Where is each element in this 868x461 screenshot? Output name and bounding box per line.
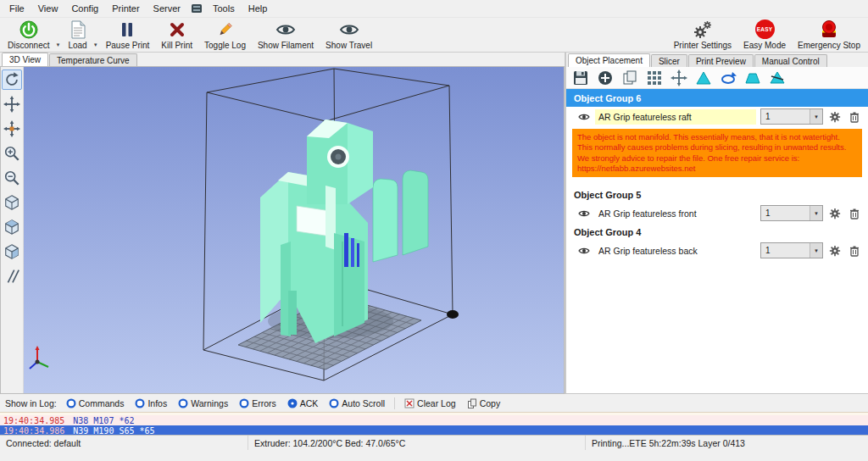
log-output[interactable]: 19:40:34.985 N38 M107 *62 19:40:34.986 N… [0, 412, 868, 435]
log-timestamp: 19:40:34.986 [3, 426, 64, 436]
repetier-host-window: File View Config Printer Server Tools He… [0, 0, 868, 461]
toolbar-spacer [378, 18, 668, 52]
object-group-header[interactable]: Object Group 6 [566, 89, 868, 107]
emergency-stop-button[interactable]: Emergency Stop [792, 18, 866, 52]
isometric-view-icon[interactable] [2, 192, 22, 213]
disconnect-menu-arrow[interactable]: ▼ [55, 18, 62, 52]
zoom-in-icon[interactable] [2, 143, 22, 164]
menu-file[interactable]: File [3, 1, 31, 16]
toggle-warnings[interactable]: Warnings [176, 397, 230, 409]
tab-temperature-curve[interactable]: Temperature Curve [49, 53, 137, 66]
zoom-out-icon[interactable] [2, 168, 22, 188]
add-object-icon[interactable] [595, 69, 615, 87]
toggle-log-button[interactable]: Toggle Log [198, 18, 252, 52]
object-name[interactable]: AR Grip featureless front [595, 206, 756, 221]
copies-value: 1 [761, 208, 810, 218]
object-row[interactable]: AR Grip featureless raft 1 ▼ [566, 107, 868, 126]
pause-print-button[interactable]: Pause Print [100, 18, 156, 52]
pan-view-icon[interactable] [2, 94, 22, 114]
tab-3d-view[interactable]: 3D View [2, 53, 48, 66]
printer-settings-button[interactable]: Printer Settings [668, 18, 737, 52]
show-filament-button[interactable]: Show Filament [252, 18, 320, 52]
copies-dropdown[interactable]: 1 ▼ [760, 242, 823, 258]
rotate-object-icon[interactable] [718, 69, 738, 87]
object-placement-pane: Object Placement Slicer Print Preview Ma… [565, 53, 868, 393]
menu-tools[interactable]: Tools [206, 1, 242, 16]
document-icon [69, 20, 87, 39]
chevron-down-icon: ▼ [810, 243, 822, 258]
temperature-status: Extruder: 104.2/200°C Bed: 47.0/65°C [248, 436, 586, 450]
tab-slicer[interactable]: Slicer [651, 54, 687, 67]
toggle-errors[interactable]: Errors [237, 397, 278, 409]
tab-manual-control[interactable]: Manual Control [754, 54, 827, 67]
clear-log-button[interactable]: Clear Log [403, 397, 458, 409]
copies-value: 1 [761, 246, 810, 255]
easy-mode-button[interactable]: EASY Easy Mode [737, 18, 792, 52]
menu-config[interactable]: Config [64, 1, 105, 16]
menu-server[interactable]: Server [147, 1, 187, 16]
viewport-3d[interactable] [24, 67, 564, 393]
object-settings-gear-icon[interactable] [827, 111, 843, 123]
copy-log-button[interactable]: Copy [465, 397, 503, 409]
log-line-selected[interactable]: 19:40:34.986 N39 M190 S65 *65 [0, 425, 868, 435]
visibility-eye-icon[interactable] [577, 247, 591, 255]
main-area: 3D View Temperature Curve [0, 53, 868, 393]
scale-object-icon[interactable] [693, 69, 714, 87]
object-name[interactable]: AR Grip featureless back [595, 243, 756, 258]
delete-object-trash-icon[interactable] [847, 245, 862, 257]
autoposition-icon[interactable] [644, 69, 665, 87]
delete-object-trash-icon[interactable] [847, 111, 862, 123]
object-name[interactable]: AR Grip featureless raft [595, 109, 756, 125]
object-settings-gear-icon[interactable] [827, 208, 843, 219]
tab-print-preview[interactable]: Print Preview [688, 54, 754, 67]
move-object-icon[interactable] [2, 119, 22, 139]
menu-view[interactable]: View [31, 1, 65, 16]
menu-printer[interactable]: Printer [105, 1, 146, 16]
toggle-ring-icon [178, 398, 188, 408]
center-object-icon[interactable] [669, 69, 689, 87]
copies-dropdown[interactable]: 1 ▼ [760, 108, 823, 125]
save-icon[interactable] [570, 69, 591, 87]
right-tabs: Object Placement Slicer Print Preview Ma… [566, 53, 868, 67]
object-row[interactable]: AR Grip featureless back 1 ▼ [566, 241, 868, 260]
parallel-projection-icon[interactable] [2, 266, 22, 286]
toggle-ack[interactable]: ACK [286, 397, 320, 409]
side-view-icon[interactable] [2, 242, 22, 262]
toggle-label: Warnings [191, 398, 228, 408]
toggle-auto-scroll[interactable]: Auto Scroll [327, 397, 387, 409]
toggle-ring-icon [287, 398, 298, 408]
menu-help[interactable]: Help [242, 1, 275, 16]
front-view-icon[interactable] [2, 217, 22, 237]
kill-print-button[interactable]: Kill Print [155, 18, 198, 52]
load-button[interactable]: Load [62, 18, 92, 52]
tab-object-placement[interactable]: Object Placement [568, 53, 650, 67]
delete-object-trash-icon[interactable] [847, 208, 862, 219]
visibility-eye-icon[interactable] [577, 209, 591, 218]
disconnect-button[interactable]: Disconnect [2, 18, 55, 52]
log-line[interactable]: 19:40:34.985 N38 M107 *62 [0, 415, 868, 425]
toggle-commands[interactable]: Commands [64, 397, 126, 409]
toggle-label: Errors [252, 398, 276, 408]
view-tabs: 3D View Temperature Curve [0, 53, 565, 66]
copies-dropdown[interactable]: 1 ▼ [760, 205, 823, 221]
log-timestamp: 19:40:34.985 [3, 416, 64, 425]
lay-flat-icon[interactable] [743, 69, 763, 87]
easy-mode-icon: EASY [755, 20, 775, 39]
gears-icon [693, 20, 713, 39]
object-settings-gear-icon[interactable] [827, 245, 843, 257]
kill-x-icon [168, 20, 186, 39]
object-row[interactable]: AR Grip featureless front 1 ▼ [566, 203, 868, 223]
manifold-warning: The object is not manifold. This essenti… [572, 129, 862, 177]
show-travel-button[interactable]: Show Travel [320, 18, 378, 52]
emergency-stop-icon [819, 20, 839, 39]
toggle-infos[interactable]: Infos [133, 397, 169, 409]
clear-log-icon [404, 398, 415, 408]
object-group-header[interactable]: Object Group 4 [566, 223, 868, 241]
object-group-header[interactable]: Object Group 5 [566, 186, 868, 203]
visibility-eye-icon[interactable] [577, 113, 591, 121]
copy-object-icon[interactable] [620, 69, 640, 87]
load-menu-arrow[interactable]: ▼ [93, 18, 100, 52]
cut-object-icon[interactable] [767, 69, 787, 87]
statusbar: Connected: default Extruder: 104.2/200°C… [0, 435, 868, 450]
rotate-view-icon[interactable] [2, 69, 22, 90]
